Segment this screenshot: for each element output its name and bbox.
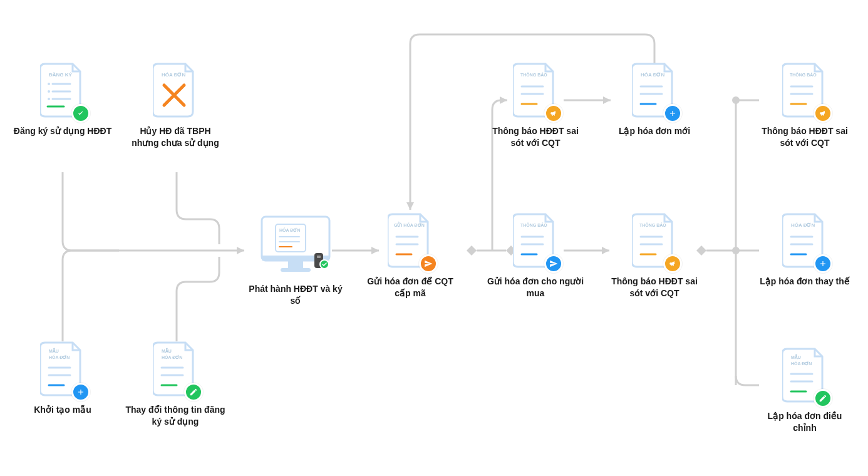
svg-text:HÓA ĐƠN: HÓA ĐƠN <box>49 354 70 360</box>
node-label: Phát hành HĐĐT và ký số <box>245 283 346 307</box>
node-label: Lập hóa đơn điều chỉnh <box>755 410 855 434</box>
plus-icon <box>71 383 90 401</box>
node-new-invoice: HÓA ĐƠN Lập hóa đơn mới <box>604 63 705 137</box>
svg-rect-32 <box>288 261 303 268</box>
node-label: Gửi hóa đơn để CQT cấp mã <box>360 276 460 299</box>
pencil-icon <box>184 383 203 401</box>
node-label: Lập hóa đơn thay thế <box>755 276 855 287</box>
check-icon <box>71 104 90 123</box>
node-error-notice-3: THÔNG BÁO Thông báo HĐĐT sai sót với CQT <box>755 63 855 149</box>
node-error-notice-2: THÔNG BÁO Thông báo HĐĐT sai sót với CQT <box>604 213 705 299</box>
doc-title: THÔNG BÁO <box>520 72 547 77</box>
svg-point-9 <box>732 96 740 104</box>
node-replace-invoice: HÓA ĐƠN Lập hóa đơn thay thế <box>755 213 855 287</box>
node-create-template: MẪU HÓA ĐƠN Khởi tạo mẫu <box>13 341 113 416</box>
svg-text:HÓA ĐƠN: HÓA ĐƠN <box>791 361 812 366</box>
node-label: Thay đổi thông tin đăng ký sử dụng <box>125 404 225 428</box>
node-send-cqt: GỬI HÓA ĐƠN Gửi hóa đơn để CQT cấp mã <box>360 213 460 299</box>
svg-point-13 <box>48 90 50 93</box>
svg-text:MẪU: MẪU <box>162 348 172 353</box>
megaphone-icon <box>544 104 563 123</box>
svg-point-10 <box>732 247 740 254</box>
doc-title: HÓA ĐƠN <box>279 227 300 232</box>
node-edit-register: MẪU HÓA ĐƠN Thay đổi thông tin đăng ký s… <box>125 341 225 428</box>
node-label: Lập hóa đơn mới <box>604 125 705 137</box>
node-label: Thông báo HĐĐT sai sót với CQT <box>755 125 855 149</box>
svg-text:MẪU: MẪU <box>49 348 59 353</box>
node-issue-sign: HÓA ĐƠN Phát hành HĐĐT và ký số <box>245 213 346 307</box>
megaphone-icon <box>663 254 682 273</box>
svg-marker-6 <box>406 202 414 210</box>
send-icon <box>544 254 563 273</box>
svg-text:MẪU: MẪU <box>791 354 801 360</box>
doc-title: THÔNG BÁO <box>520 222 547 227</box>
plus-icon <box>814 254 832 273</box>
svg-marker-2 <box>467 246 477 256</box>
send-icon <box>419 254 438 273</box>
node-label: Thông báo HĐĐT sai sót với CQT <box>604 276 705 299</box>
doc-title: ĐĂNG KÝ <box>49 72 73 78</box>
doc-title: HÓA ĐƠN <box>791 222 815 228</box>
doc-title: HÓA ĐƠN <box>641 72 664 78</box>
node-label: Hủy HĐ đã TBPH nhưng chưa sử dụng <box>125 125 225 149</box>
node-register: ĐĂNG KÝ Đăng ký sử dụng HĐĐT <box>13 63 113 137</box>
megaphone-icon <box>814 104 832 123</box>
node-error-notice-1: THÔNG BÁO Thông báo HĐĐT sai sót với CQT <box>485 63 586 149</box>
doc-title: HÓA ĐƠN <box>162 72 185 78</box>
svg-text:HÓA ĐƠN: HÓA ĐƠN <box>162 354 182 360</box>
node-adjust-invoice: MẪU HÓA ĐƠN Lập hóa đơn điều chỉnh <box>755 348 855 434</box>
pencil-icon <box>814 389 832 408</box>
node-label: Đăng ký sử dụng HĐĐT <box>13 125 113 137</box>
svg-rect-33 <box>281 268 311 272</box>
svg-point-15 <box>48 98 50 100</box>
doc-title: THÔNG BÁO <box>790 72 817 77</box>
node-label: Gửi hóa đơn cho người mua <box>485 276 586 299</box>
svg-marker-0 <box>237 247 244 254</box>
svg-point-11 <box>48 83 50 85</box>
node-label: Khởi tạo mẫu <box>13 404 113 416</box>
node-cancel: HÓA ĐƠN Hủy HĐ đã TBPH nhưng chưa sử dụn… <box>125 63 225 149</box>
node-label: Thông báo HĐĐT sai sót với CQT <box>485 125 586 149</box>
plus-icon <box>663 104 682 123</box>
svg-rect-39 <box>317 256 321 258</box>
doc-title: THÔNG BÁO <box>639 222 666 227</box>
node-send-buyer: THÔNG BÁO Gửi hóa đơn cho người mua <box>485 213 586 299</box>
